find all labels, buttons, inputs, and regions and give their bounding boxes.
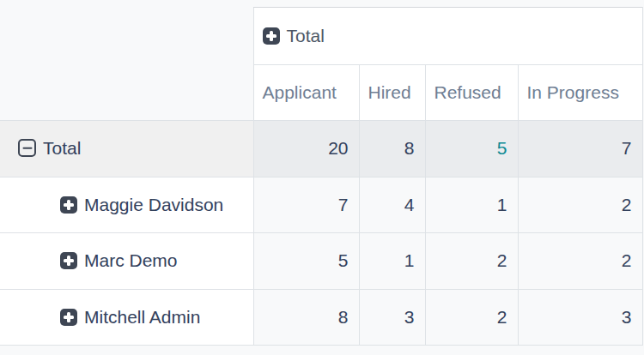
pivot-cell-total-refused[interactable]: 5 <box>425 121 518 178</box>
row-label: Marc Demo <box>84 250 178 270</box>
pivot-row-maggie-davidson: Maggie Davidson 7 4 1 2 <box>0 177 642 233</box>
pivot-cell-marc-hired[interactable]: 1 <box>359 233 425 290</box>
pivot-cell-mitchell-in-progress[interactable]: 3 <box>518 289 642 346</box>
measure-header-hired[interactable]: Hired <box>359 65 425 121</box>
pivot-row-total: Total 20 8 5 7 <box>0 121 642 178</box>
row-header-total[interactable]: Total <box>0 121 253 178</box>
measure-header-row: Applicant Hired Refused In Progress <box>0 65 642 121</box>
row-label: Maggie Davidson <box>84 195 223 214</box>
pivot-cell-total-in-progress[interactable]: 7 <box>518 121 642 178</box>
pivot-cell-mitchell-hired[interactable]: 3 <box>359 289 425 346</box>
pivot-cell-maggie-applicant[interactable]: 7 <box>253 177 359 233</box>
expand-plus-icon <box>60 196 77 214</box>
expand-plus-icon <box>263 27 280 45</box>
pivot-cell-total-applicant[interactable]: 20 <box>253 121 359 178</box>
collapse-minus-icon <box>18 139 36 157</box>
column-group-label: Total <box>287 26 325 45</box>
pivot-cell-maggie-refused[interactable]: 1 <box>425 177 518 233</box>
corner-cell <box>0 65 253 121</box>
pivot-cell-marc-applicant[interactable]: 5 <box>253 233 359 290</box>
measure-header-refused[interactable]: Refused <box>425 65 518 121</box>
pivot-row-mitchell-admin: Mitchell Admin 8 3 2 3 <box>0 289 642 346</box>
pivot-cell-total-hired[interactable]: 8 <box>359 121 425 178</box>
column-group-header-total[interactable]: Total <box>253 8 642 65</box>
column-group-row: Total <box>0 8 642 65</box>
pivot-cell-mitchell-refused[interactable]: 2 <box>425 289 518 346</box>
row-label: Mitchell Admin <box>84 307 200 327</box>
pivot-cell-marc-refused[interactable]: 2 <box>425 233 518 290</box>
measure-header-in-progress[interactable]: In Progress <box>518 65 642 121</box>
expand-plus-icon <box>60 252 77 269</box>
row-header-marc-demo[interactable]: Marc Demo <box>0 233 253 290</box>
expand-plus-icon <box>60 309 77 326</box>
row-header-mitchell-admin[interactable]: Mitchell Admin <box>0 289 253 346</box>
corner-cell <box>0 8 253 65</box>
pivot-cell-mitchell-applicant[interactable]: 8 <box>253 289 359 346</box>
pivot-cell-maggie-hired[interactable]: 4 <box>359 177 425 233</box>
row-header-maggie-davidson[interactable]: Maggie Davidson <box>0 177 253 233</box>
row-label: Total <box>43 138 81 158</box>
pivot-table: Total Applicant Hired Refused In Progres… <box>0 7 643 346</box>
pivot-row-marc-demo: Marc Demo 5 1 2 2 <box>0 233 642 290</box>
measure-header-applicant[interactable]: Applicant <box>253 65 359 121</box>
pivot-cell-maggie-in-progress[interactable]: 2 <box>518 177 642 233</box>
pivot-cell-marc-in-progress[interactable]: 2 <box>518 233 642 290</box>
